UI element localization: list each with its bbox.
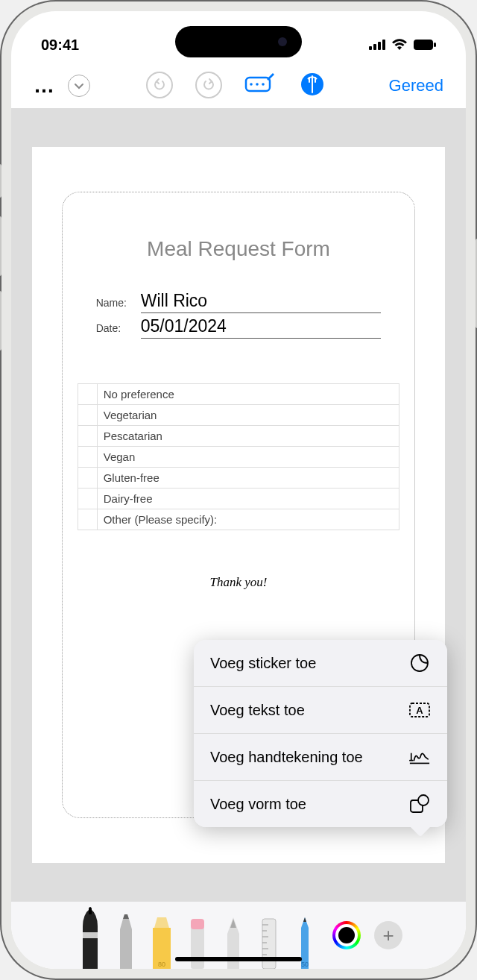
text-icon: A: [408, 700, 431, 720]
sticker-icon: [408, 653, 431, 673]
collapse-button[interactable]: [68, 75, 90, 97]
document-area[interactable]: Meal Request Form Name: Will Rico Date: …: [11, 108, 466, 902]
name-value: Will Rico: [141, 291, 382, 313]
table-row: Gluten-free: [78, 468, 399, 489]
options-table: No preference Vegetarian Pescatarian Veg…: [78, 383, 400, 530]
cellular-icon: [369, 37, 385, 54]
svg-rect-17: [83, 932, 98, 938]
svg-rect-0: [369, 46, 372, 50]
table-row: Other (Please specify):: [78, 509, 399, 530]
table-row: Vegetarian: [78, 405, 399, 426]
add-button[interactable]: +: [374, 921, 402, 949]
more-button[interactable]: …: [26, 68, 62, 104]
svg-text:80: 80: [158, 961, 165, 968]
signature-icon: [408, 747, 431, 767]
svg-point-7: [250, 83, 253, 86]
undo-button[interactable]: [146, 72, 173, 98]
svg-point-16: [418, 795, 429, 805]
home-indicator[interactable]: [175, 957, 302, 961]
table-row: Vegan: [78, 447, 399, 468]
thanks-text: Thank you!: [78, 575, 400, 590]
svg-point-8: [256, 83, 259, 86]
add-shape-button[interactable]: Voeg vorm toe: [194, 781, 447, 827]
name-label: Name:: [96, 297, 133, 309]
svg-rect-4: [414, 40, 433, 50]
add-text-button[interactable]: Voeg tekst toe A: [194, 687, 447, 734]
pen-tool[interactable]: [75, 905, 106, 969]
shape-icon: [408, 794, 431, 814]
marker-tool[interactable]: [110, 913, 142, 969]
add-sticker-button[interactable]: Voeg sticker toe: [194, 640, 447, 687]
done-button[interactable]: Gereed: [382, 76, 451, 95]
svg-rect-5: [434, 43, 436, 47]
markup-toolbar: … Gereed: [11, 63, 466, 108]
svg-rect-2: [378, 42, 381, 50]
highlighter-tool[interactable]: 80: [146, 913, 177, 969]
markup-mode-button[interactable]: [300, 72, 325, 100]
date-label: Date:: [96, 322, 133, 334]
add-signature-button[interactable]: Voeg handtekening toe: [194, 734, 447, 781]
battery-icon: [414, 37, 436, 54]
form-title: Meal Request Form: [78, 237, 400, 261]
add-popover: Voeg sticker toe Voeg tekst toe A Voeg h…: [194, 640, 447, 827]
svg-text:A: A: [416, 705, 423, 716]
svg-rect-21: [191, 919, 204, 929]
svg-point-9: [262, 83, 265, 86]
svg-rect-3: [382, 40, 385, 50]
wifi-icon: [391, 37, 408, 54]
date-value: 05/01/2024: [141, 316, 382, 339]
status-time: 09:41: [41, 37, 79, 54]
table-row: Dairy-free: [78, 489, 399, 509]
svg-text:50: 50: [301, 961, 309, 968]
redo-button[interactable]: [195, 72, 222, 98]
svg-rect-1: [373, 44, 376, 50]
table-row: Pescatarian: [78, 426, 399, 447]
autofill-button[interactable]: [244, 72, 277, 100]
svg-rect-20: [191, 926, 204, 969]
color-picker[interactable]: [332, 921, 361, 949]
table-row: No preference: [78, 384, 399, 405]
